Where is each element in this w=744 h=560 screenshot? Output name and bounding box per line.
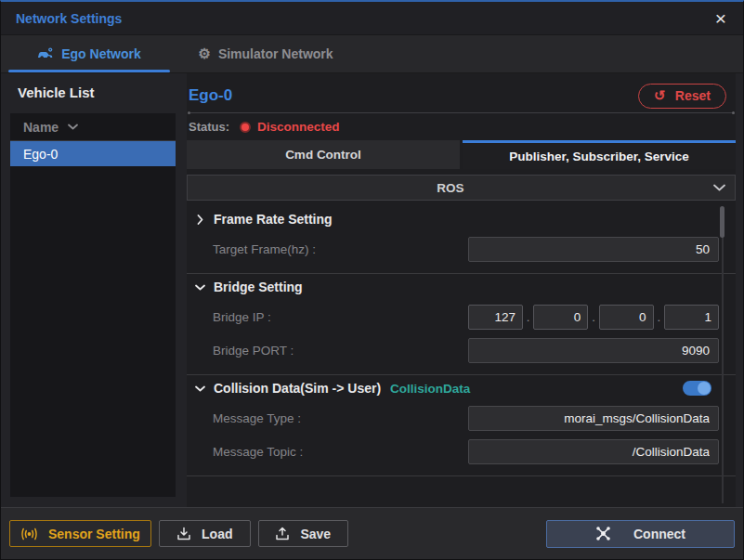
protocol-dropdown[interactable]: ROS: [187, 175, 736, 201]
close-icon[interactable]: ×: [713, 8, 728, 28]
chevron-right-icon[interactable]: [194, 215, 205, 225]
vehicle-list-name-header[interactable]: Name: [10, 113, 176, 141]
car-icon: [37, 47, 54, 60]
gear-icon: ⚙: [198, 46, 210, 62]
scrollbar-track[interactable]: [722, 208, 724, 503]
bridge-port-input[interactable]: [468, 338, 719, 363]
chevron-down-icon: [713, 184, 725, 191]
header-divider: [189, 112, 734, 113]
tab-simulator-network-label: Simulator Network: [218, 46, 333, 61]
message-type-input[interactable]: [468, 406, 719, 431]
section-frame-rate: Frame Rate Setting Target Frame(hz) :: [187, 206, 736, 274]
sensor-setting-button[interactable]: Sensor Setting: [9, 520, 151, 547]
tab-ego-network[interactable]: Ego Network: [1, 35, 177, 72]
tab-cmd-control[interactable]: Cmd Control: [187, 140, 460, 169]
refresh-icon: ↻: [654, 87, 666, 104]
vehicle-row-label: Ego-0: [23, 147, 58, 162]
network-settings-dialog: Network Settings × Ego Network ⚙ Simulat…: [0, 0, 744, 560]
bridge-ip-octet-3[interactable]: [599, 305, 654, 330]
tab-publisher-subscriber-service[interactable]: Publisher, Subscriber, Service: [463, 140, 736, 169]
section-frame-rate-header[interactable]: Frame Rate Setting: [187, 206, 736, 232]
load-button-label: Load: [202, 527, 232, 541]
reset-button[interactable]: ↻ Reset: [638, 84, 726, 109]
divider-dot: [188, 111, 190, 114]
section-frame-rate-title: Frame Rate Setting: [214, 212, 333, 227]
toggle-knob: [698, 382, 711, 395]
divider-dot: [732, 111, 735, 114]
network-tab-bar: Ego Network ⚙ Simulator Network: [1, 35, 743, 73]
name-column-label: Name: [23, 120, 59, 135]
dialog-title: Network Settings: [16, 11, 122, 26]
title-bar: Network Settings ×: [1, 2, 743, 35]
chevron-down-icon: [68, 124, 78, 130]
status-value: Disconnected: [257, 120, 340, 134]
section-bridge-header[interactable]: Bridge Setting: [187, 274, 736, 300]
connect-button-label: Connect: [633, 527, 685, 541]
load-button[interactable]: Load: [159, 520, 251, 547]
tab-ego-network-label: Ego Network: [61, 46, 141, 61]
bridge-port-row: Bridge PORT :: [187, 333, 736, 367]
message-type-row: Message Type :: [187, 401, 736, 435]
selected-vehicle-title: Ego-0: [189, 86, 232, 105]
ego-settings-panel: Ego-0 ↻ Reset Status: Disconnected Cmd C…: [187, 73, 736, 507]
vehicle-row-ego-0[interactable]: Ego-0: [10, 141, 176, 166]
sensor-setting-label: Sensor Setting: [48, 527, 140, 541]
vehicle-list: Name Ego-0: [10, 113, 176, 497]
ip-separator: .: [592, 310, 595, 324]
target-frame-input[interactable]: [468, 237, 719, 262]
section-collision-title: Collision Data(Sim -> User): [214, 381, 381, 396]
chevron-down-icon[interactable]: [194, 385, 205, 392]
target-frame-row: Target Frame(hz) :: [187, 232, 736, 266]
message-type-label: Message Type :: [213, 411, 301, 425]
download-icon: [176, 527, 191, 541]
bridge-ip-octet-1[interactable]: [468, 305, 523, 330]
dialog-body: Vehicle List Name Ego-0 Ego-0 ↻ Re: [1, 73, 743, 507]
collision-toggle[interactable]: [683, 381, 711, 396]
save-button-label: Save: [300, 527, 331, 541]
status-dot-icon: [240, 122, 251, 133]
save-button[interactable]: Save: [258, 520, 348, 547]
settings-scroll-area: Frame Rate Setting Target Frame(hz) : Br…: [187, 206, 736, 507]
scrollbar-thumb[interactable]: [720, 206, 724, 238]
chevron-down-icon[interactable]: [194, 284, 205, 291]
vehicle-list-panel: Vehicle List Name Ego-0: [1, 73, 179, 507]
upload-icon: [275, 527, 290, 541]
section-bridge: Bridge Setting Bridge IP : . . .: [187, 274, 736, 375]
message-topic-label: Message Topic :: [213, 445, 303, 459]
message-topic-input[interactable]: [468, 439, 719, 464]
bridge-ip-group: . . .: [468, 305, 719, 330]
section-collision-data: Collision Data(Sim -> User) CollisionDat…: [187, 375, 736, 476]
ip-separator: .: [527, 310, 530, 324]
control-tab-bar: Cmd Control Publisher, Subscriber, Servi…: [187, 140, 736, 169]
bridge-ip-octet-2[interactable]: [533, 305, 588, 330]
reset-button-label: Reset: [675, 88, 711, 103]
section-collision-header[interactable]: Collision Data(Sim -> User) CollisionDat…: [187, 375, 736, 401]
footer-bar: Sensor Setting Load Save: [1, 507, 743, 559]
vehicle-list-title: Vehicle List: [18, 85, 179, 100]
collision-data-tag: CollisionData: [390, 382, 470, 396]
connect-button[interactable]: Connect: [546, 520, 735, 548]
active-tab-underline: [8, 70, 170, 72]
tab-simulator-network[interactable]: ⚙ Simulator Network: [177, 35, 354, 72]
broadcast-icon: [20, 527, 38, 540]
bridge-ip-label: Bridge IP :: [213, 310, 271, 324]
bridge-port-label: Bridge PORT :: [213, 344, 294, 358]
content-header: Ego-0 ↻ Reset: [187, 73, 736, 112]
status-label: Status:: [189, 120, 229, 134]
protocol-dropdown-value: ROS: [188, 181, 713, 195]
section-bridge-title: Bridge Setting: [214, 280, 303, 294]
bridge-ip-octet-4[interactable]: [664, 305, 719, 330]
ip-separator: .: [657, 310, 660, 324]
network-node-icon: [595, 526, 611, 541]
tab-publisher-label: Publisher, Subscriber, Service: [509, 150, 689, 163]
target-frame-label: Target Frame(hz) :: [213, 242, 316, 256]
message-topic-row: Message Topic :: [187, 435, 736, 468]
bridge-ip-row: Bridge IP : . . .: [187, 300, 736, 333]
tab-cmd-control-label: Cmd Control: [285, 148, 361, 162]
status-row: Status: Disconnected: [187, 113, 736, 140]
